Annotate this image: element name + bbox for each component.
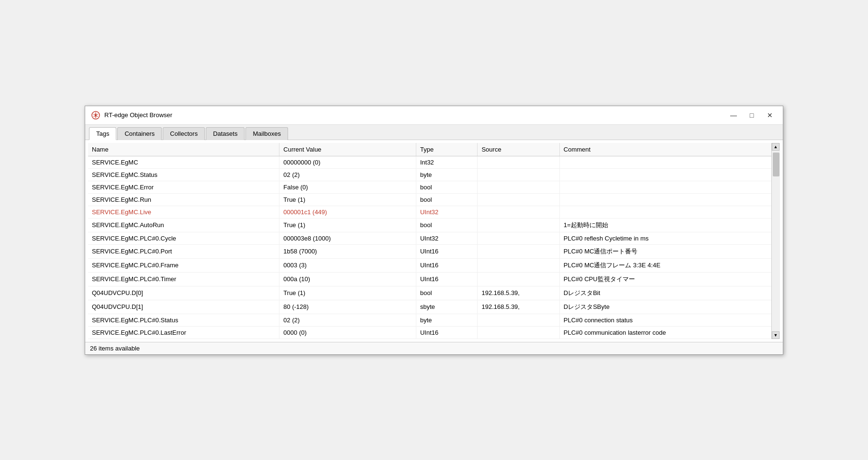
tabs-bar: TagsContainersCollectorsDatasetsMailboxe…	[85, 125, 783, 140]
cell-type: UInt32	[416, 206, 478, 218]
cell-comment: PLC#0 connection status	[559, 314, 771, 326]
cell-source	[478, 181, 559, 193]
tab-mailboxes[interactable]: Mailboxes	[245, 127, 288, 140]
cell-type: byte	[416, 168, 478, 181]
cell-comment	[559, 168, 771, 181]
window-controls: — □ ✕	[726, 110, 777, 120]
cell-comment	[559, 193, 771, 206]
cell-value: 1b58 (7000)	[279, 244, 416, 258]
table-row[interactable]: SERVICE.EgMC.ErrorFalse (0)bool	[88, 181, 780, 193]
cell-value: 000003e8 (1000)	[279, 232, 416, 244]
cell-comment	[559, 181, 771, 193]
table-row[interactable]: SERVICE.EgMC.PLC#0.Status02 (2)bytePLC#0…	[88, 314, 780, 326]
cell-comment: PLC#0 MC通信フレーム 3:3E 4:4E	[559, 258, 771, 272]
table-header-row: Name Current Value Type Source Comment	[88, 143, 780, 156]
cell-name: SERVICE.EgMC.Status	[88, 168, 279, 181]
col-header-comment: Comment	[559, 143, 771, 156]
cell-source	[478, 156, 559, 168]
table-row[interactable]: Q04UDVCPU.D[1]80 (-128)sbyte192.168.5.39…	[88, 300, 780, 314]
cell-name: SERVICE.EgMC.Error	[88, 181, 279, 193]
table-row[interactable]: SERVICE.EgMC.Status02 (2)byte	[88, 168, 780, 181]
title-bar: RT-edge Object Browser — □ ✕	[85, 106, 783, 125]
cell-value: 02 (2)	[279, 168, 416, 181]
cell-name: Q04UDVCPU.D[0]	[88, 286, 279, 300]
cell-type: Int32	[416, 156, 478, 168]
status-text: 26 items available	[90, 345, 140, 352]
scrollbar[interactable]: ▲ ▼	[771, 143, 780, 339]
cell-type: bool	[416, 181, 478, 193]
cell-source	[478, 244, 559, 258]
cell-name: SERVICE.EgMC.PLC#0.LastError	[88, 326, 279, 339]
scroll-down-button[interactable]: ▼	[772, 331, 779, 339]
cell-type: bool	[416, 218, 478, 232]
cell-type: byte	[416, 314, 478, 326]
cell-value: 02 (2)	[279, 314, 416, 326]
maximize-button[interactable]: □	[745, 110, 759, 120]
close-button[interactable]: ✕	[763, 110, 777, 120]
cell-source	[478, 232, 559, 244]
cell-source	[478, 326, 559, 339]
tab-datasets[interactable]: Datasets	[206, 127, 245, 140]
table-row[interactable]: SERVICE.EgMC.PLC#0.Timer000a (10)UInt16P…	[88, 272, 780, 286]
cell-value: True (1)	[279, 193, 416, 206]
svg-point-1	[95, 114, 97, 116]
cell-name: SERVICE.EgMC.Live	[88, 206, 279, 218]
table-row[interactable]: SERVICE.EgMC.AutoRunTrue (1)bool1=起動時に開始	[88, 218, 780, 232]
table-row[interactable]: SERVICE.EgMC.PLC#0.Cycle000003e8 (1000)U…	[88, 232, 780, 244]
cell-name: SERVICE.EgMC.PLC#0.Status	[88, 314, 279, 326]
cell-name: SERVICE.EgMC.Run	[88, 193, 279, 206]
cell-name: SERVICE.EgMC.PLC#0.Timer	[88, 272, 279, 286]
cell-comment	[559, 156, 771, 168]
table-row[interactable]: SERVICE.EgMC.Live000001c1 (449)UInt32	[88, 206, 780, 218]
cell-comment: 1=起動時に開始	[559, 218, 771, 232]
cell-value: True (1)	[279, 218, 416, 232]
cell-name: SERVICE.EgMC.PLC#0.Frame	[88, 258, 279, 272]
cell-name: SERVICE.EgMC.AutoRun	[88, 218, 279, 232]
cell-source	[478, 206, 559, 218]
scroll-up-button[interactable]: ▲	[772, 143, 779, 151]
cell-value: True (1)	[279, 286, 416, 300]
table-row[interactable]: Q04UDVCPU.D[0]True (1)bool192.168.5.39,D…	[88, 286, 780, 300]
cell-type: UInt16	[416, 326, 478, 339]
table-body: SERVICE.EgMC00000000 (0)Int32SERVICE.EgM…	[88, 156, 780, 339]
cell-name: SERVICE.EgMC.PLC#0.Port	[88, 244, 279, 258]
cell-source	[478, 258, 559, 272]
cell-value: 80 (-128)	[279, 300, 416, 314]
table-row[interactable]: SERVICE.EgMC.PLC#0.Frame0003 (3)UInt16PL…	[88, 258, 780, 272]
cell-value: 000a (10)	[279, 272, 416, 286]
cell-type: bool	[416, 286, 478, 300]
tab-containers[interactable]: Containers	[117, 127, 162, 140]
status-bar: 26 items available	[85, 342, 783, 354]
cell-value: 0003 (3)	[279, 258, 416, 272]
table-row[interactable]: SERVICE.EgMC00000000 (0)Int32	[88, 156, 780, 168]
cell-comment: PLC#0 MC通信ポート番号	[559, 244, 771, 258]
cell-source	[478, 168, 559, 181]
cell-type: UInt16	[416, 272, 478, 286]
cell-type: UInt16	[416, 258, 478, 272]
cell-name: SERVICE.EgMC	[88, 156, 279, 168]
cell-type: UInt32	[416, 232, 478, 244]
tab-tags[interactable]: Tags	[89, 127, 116, 140]
data-table: Name Current Value Type Source Comment S…	[88, 143, 780, 339]
col-header-value: Current Value	[279, 143, 416, 156]
cell-source	[478, 272, 559, 286]
scroll-track[interactable]	[772, 151, 780, 331]
cell-value: False (0)	[279, 181, 416, 193]
cell-comment	[559, 206, 771, 218]
cell-value: 000001c1 (449)	[279, 206, 416, 218]
scroll-thumb[interactable]	[773, 153, 779, 176]
window-title: RT-edge Object Browser	[104, 111, 726, 119]
cell-type: UInt16	[416, 244, 478, 258]
table-row[interactable]: SERVICE.EgMC.PLC#0.LastError0000 (0)UInt…	[88, 326, 780, 339]
cell-comment: DレジスタBit	[559, 286, 771, 300]
table-row[interactable]: SERVICE.EgMC.RunTrue (1)bool	[88, 193, 780, 206]
table-row[interactable]: SERVICE.EgMC.PLC#0.Port1b58 (7000)UInt16…	[88, 244, 780, 258]
tab-collectors[interactable]: Collectors	[163, 127, 205, 140]
cell-source: 192.168.5.39,	[478, 286, 559, 300]
minimize-button[interactable]: —	[726, 110, 741, 120]
cell-comment: PLC#0 CPU監視タイマー	[559, 272, 771, 286]
main-window: RT-edge Object Browser — □ ✕ TagsContain…	[85, 106, 783, 355]
col-header-source: Source	[478, 143, 559, 156]
cell-comment: DレジスタSByte	[559, 300, 771, 314]
cell-source	[478, 193, 559, 206]
